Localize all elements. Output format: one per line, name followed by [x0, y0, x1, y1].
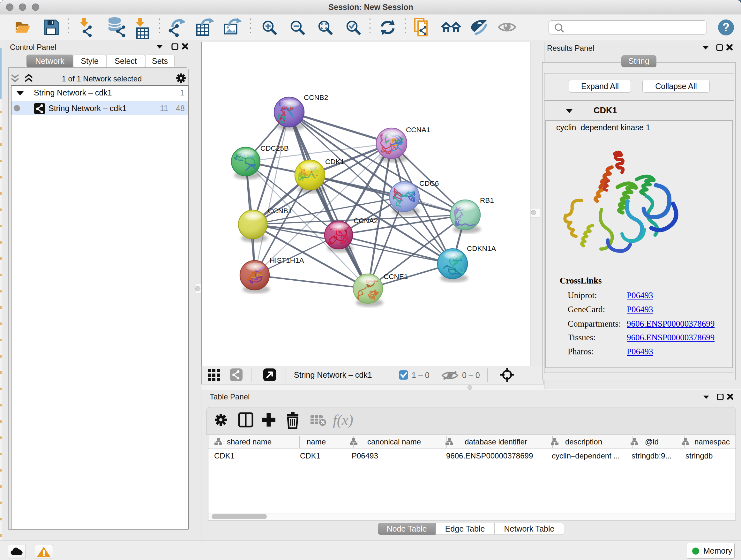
svg-text:CDC6: CDC6	[419, 179, 439, 187]
svg-text:HIST1H1A: HIST1H1A	[270, 256, 304, 264]
svg-text:CCNA1: CCNA1	[406, 126, 430, 134]
svg-text:CCNB2: CCNB2	[304, 94, 328, 102]
svg-text:f(x): f(x)	[333, 412, 353, 428]
svg-text:CCNE1: CCNE1	[384, 273, 408, 281]
svg-text:CCNB1: CCNB1	[268, 207, 292, 215]
svg-text:?: ?	[723, 21, 730, 34]
svg-text:CDC25B: CDC25B	[260, 144, 289, 152]
svg-text:CDKN1A: CDKN1A	[467, 245, 496, 253]
svg-text:CDK1: CDK1	[325, 158, 344, 166]
svg-text:CCNA2: CCNA2	[354, 217, 378, 225]
svg-text:RB1: RB1	[480, 196, 494, 204]
